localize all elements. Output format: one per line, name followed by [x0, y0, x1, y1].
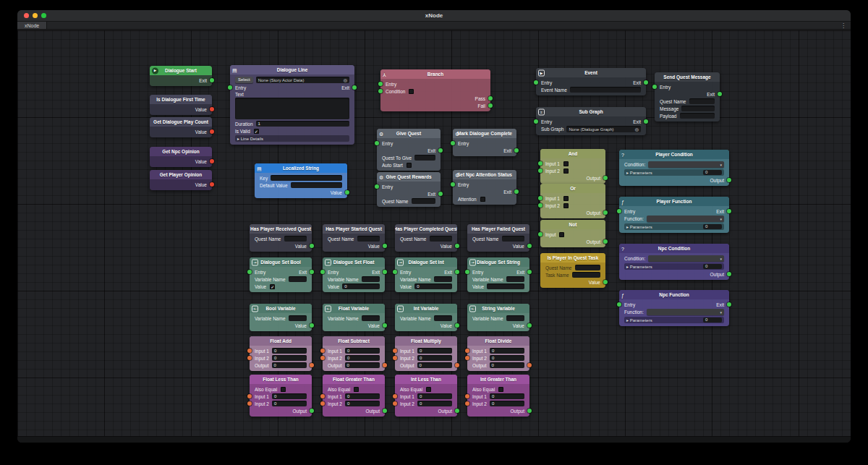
input-port[interactable]	[320, 356, 325, 360]
node-npc-function[interactable]: ƒNpc FunctionEntryExitFunction:▾▸ Parame…	[619, 290, 729, 326]
input-port[interactable]	[247, 356, 252, 360]
close-button[interactable]	[24, 13, 29, 18]
output-port[interactable]	[603, 239, 608, 244]
value-field[interactable]: 0	[490, 362, 524, 368]
input-port[interactable]	[375, 141, 379, 145]
input-port[interactable]	[393, 356, 397, 360]
node-header[interactable]: ⚙Give Quest	[377, 129, 441, 138]
foldout[interactable]: ▸ Parameters0	[624, 263, 724, 270]
output-port[interactable]	[438, 192, 443, 196]
value-field[interactable]: 0	[417, 348, 452, 354]
node-header[interactable]: ⇤String Variable	[467, 304, 529, 313]
dropdown[interactable]: ▾	[648, 255, 724, 262]
node-graph-canvas[interactable]: ▶Dialogue StartExitIs Dialogue First Tim…	[17, 30, 851, 436]
input-port[interactable]	[538, 203, 542, 208]
output-port[interactable]	[383, 323, 387, 328]
input-port[interactable]	[320, 349, 325, 353]
input-port[interactable]	[375, 184, 379, 189]
output-port[interactable]	[383, 409, 387, 413]
value-field[interactable]	[362, 276, 380, 282]
node-float-subtract[interactable]: Float SubtractInput 10Input 20Output0	[323, 336, 385, 371]
object-picker-icon[interactable]: ◎	[635, 127, 639, 132]
node-and[interactable]: AndInput 1Input 2Output	[540, 149, 605, 184]
input-port[interactable]	[451, 141, 455, 145]
output-port[interactable]	[527, 363, 532, 367]
input-port[interactable]	[617, 302, 621, 307]
value-field[interactable]: 0	[417, 393, 452, 399]
node-header[interactable]: Get Npc Opinion	[150, 147, 212, 156]
output-port[interactable]	[438, 148, 443, 153]
checkbox[interactable]	[498, 387, 503, 392]
node-header[interactable]: Has Player Started Quest	[323, 224, 385, 234]
input-port[interactable]	[617, 209, 621, 213]
output-port[interactable]	[310, 363, 314, 367]
dropdown[interactable]: ▾	[647, 309, 724, 315]
value-field[interactable]: 0	[272, 348, 307, 354]
dropdown[interactable]: ▾	[648, 161, 724, 168]
node-int-less-than[interactable]: Int Less ThanAlso EqualInput 10Input 20O…	[395, 375, 457, 417]
node-header[interactable]: ?Player Condition	[619, 150, 729, 159]
node-send-quest-message[interactable]: Send Quest MessageEntryExitQuest NameMes…	[655, 72, 720, 121]
output-port[interactable]	[383, 270, 387, 274]
node-header[interactable]: Float Divide	[467, 336, 529, 346]
checkbox[interactable]	[407, 163, 412, 168]
node-dialogue-set-string[interactable]: ⇥Dialogue Set StringEntryExitVariable Na…	[467, 257, 529, 292]
input-port[interactable]	[465, 401, 469, 406]
node-npc-condition[interactable]: ?Npc ConditionCondition:▾▸ Parameters0Ou…	[619, 244, 729, 280]
input-port[interactable]	[247, 349, 252, 353]
node-is-player-in-quest-task[interactable]: Is Player In Quest TaskQuest NameTask Na…	[540, 253, 605, 288]
node-header[interactable]: Int Greater Than	[467, 375, 529, 384]
value-field[interactable]: 0	[490, 401, 524, 406]
input-port[interactable]	[538, 168, 542, 173]
value-field[interactable]	[572, 272, 600, 278]
input-port[interactable]	[320, 270, 325, 274]
count-field[interactable]: 0	[703, 224, 722, 229]
value-field[interactable]	[681, 106, 715, 111]
foldout[interactable]: ▸ Line Details	[235, 135, 349, 142]
input-port[interactable]	[393, 270, 397, 274]
node-header[interactable]: ⇤Float Variable	[323, 304, 385, 313]
value-field[interactable]	[570, 87, 641, 93]
node-header[interactable]: ▶Dialogue Start	[150, 66, 212, 75]
output-port[interactable]	[210, 159, 214, 163]
node-dialogue-set-int[interactable]: ⇥Dialogue Set IntEntryExitVariable NameV…	[395, 257, 457, 292]
foldout[interactable]: ▸ Parameters0	[624, 223, 724, 230]
checkbox[interactable]	[480, 197, 485, 202]
output-port[interactable]	[210, 182, 214, 187]
node-get-dialogue-play-count[interactable]: Get Dialogue Play CountValue	[150, 117, 212, 137]
output-port[interactable]	[527, 270, 532, 274]
node-player-condition[interactable]: ?Player ConditionCondition:▾▸ Parameters…	[619, 150, 729, 186]
node-int-greater-than[interactable]: Int Greater ThanAlso EqualInput 10Input …	[467, 375, 529, 417]
input-port[interactable]	[465, 356, 469, 360]
output-port[interactable]	[310, 323, 314, 328]
output-port[interactable]	[210, 129, 214, 134]
value-field[interactable]	[412, 198, 436, 204]
node-header[interactable]: Has Player Received Quest	[250, 224, 312, 234]
output-port[interactable]	[455, 363, 459, 367]
node-header[interactable]: Or	[540, 184, 605, 193]
input-port[interactable]	[534, 119, 538, 124]
node-dialogue-line[interactable]: ▤Dialogue LineSelectNone (Story Actor Da…	[230, 65, 354, 145]
value-field[interactable]	[414, 155, 435, 161]
node-header[interactable]: ⇥Dialogue Set Int	[395, 257, 457, 267]
output-port[interactable]	[210, 78, 214, 82]
count-field[interactable]: 0	[703, 170, 722, 175]
checkbox[interactable]	[426, 387, 431, 392]
value-field[interactable]: 0	[272, 393, 307, 399]
value-field[interactable]: 0	[417, 401, 452, 406]
node-float-variable[interactable]: ⇤Float VariableVariable NameValue	[323, 304, 385, 331]
value-field[interactable]	[506, 315, 524, 321]
node-header[interactable]: ≡Sub Graph	[536, 107, 646, 116]
output-port[interactable]	[727, 209, 731, 213]
checkbox[interactable]	[563, 203, 569, 208]
foldout[interactable]: ▸ Parameters0	[624, 317, 724, 323]
node-header[interactable]: ⇤Int Variable	[395, 304, 457, 313]
output-port[interactable]	[488, 103, 493, 108]
node-header[interactable]: And	[540, 149, 605, 158]
node-header[interactable]: ▤Dialogue Line	[230, 65, 354, 74]
output-port[interactable]	[644, 119, 648, 124]
value-field[interactable]	[284, 236, 307, 242]
output-port[interactable]	[210, 107, 214, 111]
value-field[interactable]: 0	[490, 348, 524, 354]
checkbox[interactable]	[563, 196, 569, 201]
